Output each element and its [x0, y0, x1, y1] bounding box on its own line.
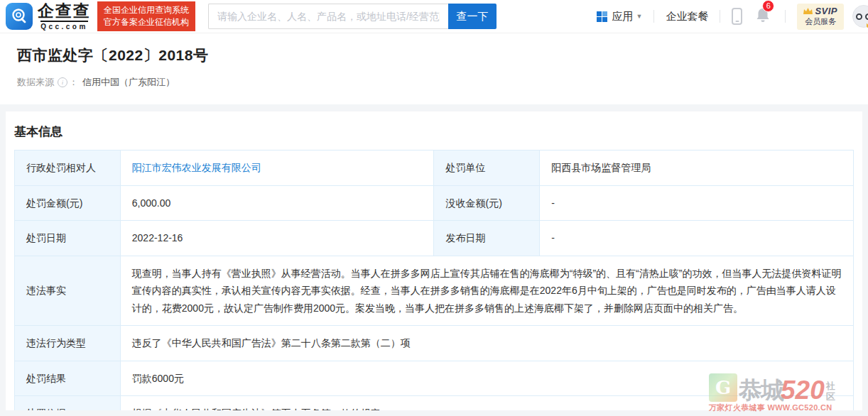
brand-domain: Qcc.com [40, 21, 88, 31]
search-box: 查一下 [208, 4, 497, 29]
section-title: 基本信息 [14, 124, 854, 140]
row-label: 处罚金额(元) [15, 185, 121, 221]
brand-block[interactable]: 企查查 Qcc.com [38, 2, 91, 31]
chevron-down-icon: ▼ [636, 13, 642, 20]
svip-sublabel: 会员服务 [805, 17, 836, 27]
badge-line1: 全国企业信用查询系统 [104, 4, 189, 16]
user-avatar[interactable] [852, 5, 868, 28]
info-icon[interactable]: i [58, 77, 67, 87]
divider [720, 10, 720, 23]
table-row: 处罚日期 2022-12-16 发布日期 - [15, 221, 854, 256]
data-source-line: 数据来源 i ： 信用中国（广东阳江） [17, 76, 851, 89]
row-label: 处罚单位 [434, 150, 540, 186]
row-label: 处罚结果 [15, 361, 121, 396]
brand-name: 企查查 [38, 2, 91, 19]
crown-icon [803, 8, 813, 15]
apps-menu[interactable]: 应用 ▼ [597, 10, 642, 23]
svip-label: SVIP [815, 6, 837, 17]
avatar-eye [865, 13, 868, 20]
svip-membership-button[interactable]: SVIP 会员服务 [797, 4, 844, 30]
row-value: - [540, 221, 854, 256]
table-row: 处罚金额(元) 6,000.00 没收金额(元) - [15, 185, 854, 221]
data-source-label: 数据来源 [17, 76, 54, 89]
divider [785, 10, 786, 23]
bottom-strip [0, 410, 868, 416]
basic-info-card: 基本信息 行政处罚相对人 阳江市宏伟农业发展有限公司 处罚单位 阳西县市场监督管… [6, 111, 862, 416]
data-source-separator: ： [69, 76, 78, 89]
avatar-eye [856, 13, 862, 20]
row-label: 没收金额(元) [434, 185, 540, 221]
page-title: 西市监处字〔2022〕2018号 [17, 45, 851, 65]
notification-count-badge: 6 [762, 0, 774, 12]
row-label: 行政处罚相对人 [15, 150, 121, 186]
qcc-logo-icon[interactable] [6, 3, 33, 30]
certification-badge: 全国企业信用查询系统 官方备案企业征信机构 [97, 1, 195, 31]
row-value: 罚款6000元 [120, 361, 853, 396]
title-section: 西市监处字〔2022〕2018号 数据来源 i ： 信用中国（广东阳江） [0, 33, 868, 104]
row-label: 处罚日期 [15, 221, 121, 256]
penalty-info-table: 行政处罚相对人 阳江市宏伟农业发展有限公司 处罚单位 阳西县市场监督管理局 处罚… [14, 150, 854, 416]
apps-label: 应用 [612, 10, 633, 23]
row-value: 2022-12-16 [120, 221, 434, 256]
mobile-app-icon[interactable] [732, 8, 742, 25]
row-value: 阳西县市场监督管理局 [540, 150, 854, 186]
search-input[interactable] [208, 4, 448, 29]
table-row: 行政处罚相对人 阳江市宏伟农业发展有限公司 处罚单位 阳西县市场监督管理局 [15, 150, 854, 186]
notifications[interactable]: 6 [755, 6, 771, 26]
row-value: 6,000.00 [120, 185, 434, 221]
apps-grid-icon [597, 11, 607, 22]
row-value: 违反了《中华人民共和国广告法》第二十八条第二款第（二）项 [120, 326, 853, 361]
table-row: 违法事实 现查明，当事人持有《营业执照》从事经营活动。当事人在拼多多网店上宣传其… [15, 256, 854, 326]
row-value: 现查明，当事人持有《营业执照》从事经营活动。当事人在拼多多网店上宣传其店铺在售的… [120, 256, 853, 326]
data-source-value: 信用中国（广东阳江） [82, 76, 175, 89]
row-value: 阳江市宏伟农业发展有限公司 [120, 150, 434, 186]
magnifier-icon [10, 7, 28, 26]
header-nav: 应用 ▼ 企业套餐 6 SVIP 会员服务 [597, 4, 868, 30]
enterprise-package-link[interactable]: 企业套餐 [666, 10, 708, 23]
divider [653, 10, 654, 23]
top-header: 企查查 Qcc.com 全国企业信用查询系统 官方备案企业征信机构 查一下 应用… [0, 0, 868, 33]
search-button[interactable]: 查一下 [448, 4, 497, 29]
table-row: 违法行为类型 违反了《中华人民共和国广告法》第二十八条第二款第（二）项 [15, 326, 854, 361]
row-label: 违法事实 [15, 256, 121, 326]
row-label: 发布日期 [434, 221, 540, 256]
row-value: - [540, 185, 854, 221]
table-row: 处罚结果 罚款6000元 [15, 361, 854, 396]
badge-line2: 官方备案企业征信机构 [104, 16, 189, 28]
row-label: 违法行为类型 [15, 326, 121, 361]
company-link[interactable]: 阳江市宏伟农业发展有限公司 [132, 162, 261, 173]
